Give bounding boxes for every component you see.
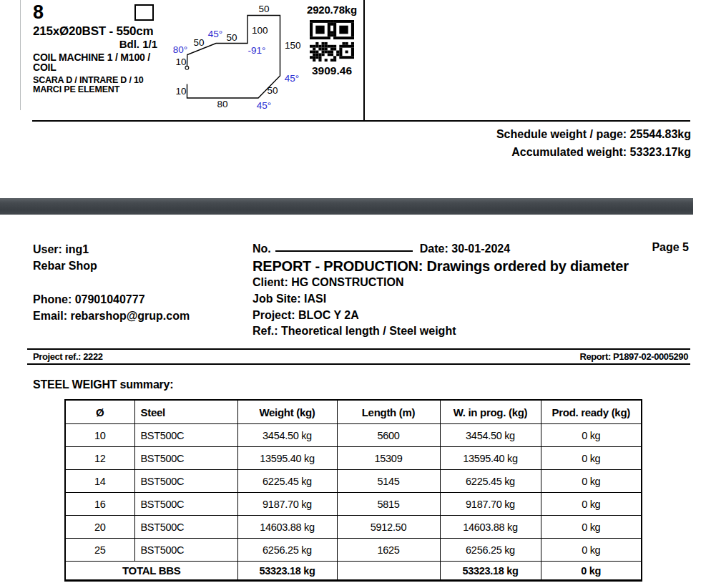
dim-label: 100 [252, 25, 268, 36]
job-site-line: Job Site: IASI [253, 291, 690, 308]
item-note-line2: MARCI PE ELEMENT [33, 85, 157, 94]
dim-label: 80 [217, 99, 227, 109]
report-header-block: No.Date: 30-01-2024 Page 5 REPORT - PROD… [253, 241, 690, 340]
item-machine-line2: COIL [33, 62, 157, 72]
page-separator-band [0, 198, 693, 215]
table-cell: BST500C [134, 516, 237, 539]
table-cell: 0 kg [541, 424, 642, 447]
total-weight: 53323.18 kg [237, 562, 337, 581]
dim-label: 50 [193, 37, 204, 48]
report-number: Report: P1897-02-0005290 [579, 351, 688, 362]
project-ref: Project ref.: 2222 [33, 351, 103, 362]
table-row: 14BST500C6225.45 kg51456225.45 kg0 kg [65, 470, 642, 493]
dim-label: 50 [226, 32, 237, 43]
total-in-prog: 53323.18 kg [440, 562, 541, 581]
col-header-steel: Steel [134, 400, 237, 424]
item-weight-block: 2920.78kg 3909.46 [300, 4, 363, 77]
report-title: REPORT - PRODUCTION: Drawings ordered by… [253, 258, 690, 275]
table-cell: 5600 [337, 424, 440, 447]
table-cell: 9187.70 kg [237, 493, 337, 516]
drawing-item-info: 8 215xØ20BST - 550cm Bdl. 1/1 COIL MACHI… [33, 1, 157, 94]
item-bundle: Bdl. 1/1 [33, 39, 157, 50]
report-contact-block: User: ing1 Rebar Shop Phone: 07901040777… [33, 241, 190, 324]
table-cell: 15309 [337, 447, 440, 470]
qr-modules [310, 20, 354, 62]
total-length [337, 562, 440, 581]
table-cell: 6256.25 kg [440, 539, 541, 562]
steel-weight-table: Ø Steel Weight (kg) Length (m) W. in pro… [64, 399, 642, 582]
table-cell: 5912.50 [337, 516, 440, 539]
dim-label: 10 [175, 57, 186, 67]
angle-label: 80° [173, 44, 187, 55]
table-cell: 0 kg [541, 539, 642, 562]
accumulated-weight: Accumulated weight: 53323.17kg [496, 144, 691, 162]
page-number: Page 5 [652, 241, 689, 254]
drawing-row-bottom-rule [32, 120, 690, 122]
col-header-length: Length (m) [337, 400, 440, 424]
table-row: 25BST500C6256.25 kg16256256.25 kg0 kg [65, 539, 642, 562]
table-cell: 14603.88 kg [237, 516, 337, 539]
table-cell: 5815 [337, 493, 440, 516]
table-cell: 14603.88 kg [440, 516, 541, 539]
table-cell: 0 kg [541, 516, 642, 539]
summary-table-body: 10BST500C3454.50 kg56003454.50 kg0 kg12B… [65, 424, 642, 562]
col-header-prod-ready: Prod. ready (kg) [541, 400, 642, 424]
table-cell: 3454.50 kg [440, 424, 541, 447]
ref-line: Ref.: Theoretical length / Steel weight [253, 323, 690, 340]
table-cell: 5145 [337, 470, 440, 493]
table-row: 10BST500C3454.50 kg56003454.50 kg0 kg [65, 424, 642, 447]
table-cell: 12 [65, 447, 134, 470]
dim-label: 10 [175, 86, 186, 97]
table-cell: BST500C [134, 447, 237, 470]
table-cell: 0 kg [541, 447, 642, 470]
angle-label: 45° [285, 73, 299, 84]
client-line: Client: HG CONSTRUCTION [253, 275, 690, 291]
col-header-in-prog: W. in prog. (kg) [440, 400, 541, 424]
blank-line [33, 274, 190, 290]
qr-code-icon [310, 20, 354, 62]
col-header-diameter: Ø [65, 400, 134, 424]
project-line: Project: BLOC Y 2A [253, 308, 690, 324]
schedule-weight: Schedule weight / page: 25544.83kg [496, 126, 691, 144]
table-total-row: TOTAL BBS 53323.18 kg 53323.18 kg 0 kg [65, 562, 642, 581]
table-row: 20BST500C14603.88 kg5912.5014603.88 kg0 … [65, 516, 642, 539]
table-cell: 16 [65, 493, 134, 516]
item-weight: 2920.78kg [300, 4, 363, 16]
table-row: 16BST500C9187.70 kg58159187.70 kg0 kg [65, 493, 642, 516]
total-label: TOTAL BBS [65, 562, 237, 581]
item-spec: 215xØ20BST - 550cm [33, 24, 157, 38]
table-cell: 13595.40 kg [440, 447, 541, 470]
company-line: Rebar Shop [33, 258, 190, 274]
table-cell: 1625 [337, 539, 440, 562]
table-cell: 6256.25 kg [237, 539, 337, 562]
table-cell: BST500C [134, 493, 237, 516]
table-header-row: Ø Steel Weight (kg) Length (m) W. in pro… [65, 400, 642, 424]
no-underline [275, 241, 413, 252]
table-cell: 13595.40 kg [237, 447, 337, 470]
dim-label: 50 [258, 4, 269, 14]
project-ref-band: Project ref.: 2222 Report: P1897-02-0005… [27, 348, 690, 365]
drawing-cell-divider [363, 0, 365, 121]
table-cell: 3454.50 kg [237, 424, 337, 447]
email-line: Email: rebarshop@grup.com [33, 308, 190, 324]
table-cell: 6225.45 kg [237, 470, 337, 493]
dim-label: 50 [267, 85, 278, 96]
dim-label: 150 [285, 40, 301, 51]
item-machine-line1: COIL MACHINE 1 / M100 / [33, 52, 157, 62]
angle-label: 45° [208, 29, 222, 39]
no-date-line: No.Date: 30-01-2024 Page 5 [253, 241, 690, 257]
angle-label: -91° [248, 45, 266, 56]
col-header-weight: Weight (kg) [237, 400, 337, 424]
summary-heading: STEEL WEIGHT summary: [33, 378, 173, 391]
item-note-line1: SCARA D / INTRARE D / 10 [33, 76, 157, 85]
item-barcode-value: 3909.46 [300, 64, 363, 77]
rebar-shape-drawing: 50 100 150 50 50 10 10 80 50 45° 80° -91… [167, 0, 310, 114]
item-checkbox [134, 4, 154, 21]
table-cell: 25 [65, 539, 134, 562]
table-cell: 9187.70 kg [440, 493, 541, 516]
table-cell: 20 [65, 516, 134, 539]
table-cell: 0 kg [541, 493, 642, 516]
phone-line: Phone: 07901040777 [33, 291, 190, 308]
date-label: Date: 30-01-2024 [420, 242, 510, 255]
no-label: No. [253, 242, 271, 255]
